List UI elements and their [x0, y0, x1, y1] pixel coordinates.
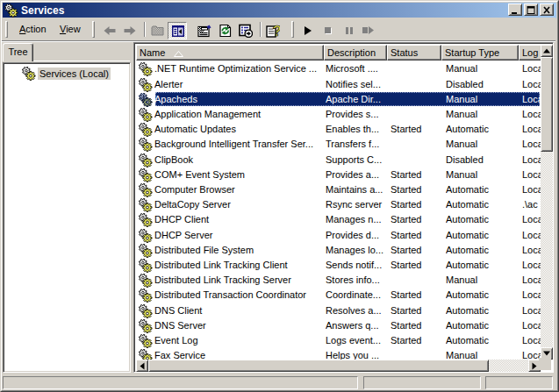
svg-text:?: ? [273, 24, 280, 38]
